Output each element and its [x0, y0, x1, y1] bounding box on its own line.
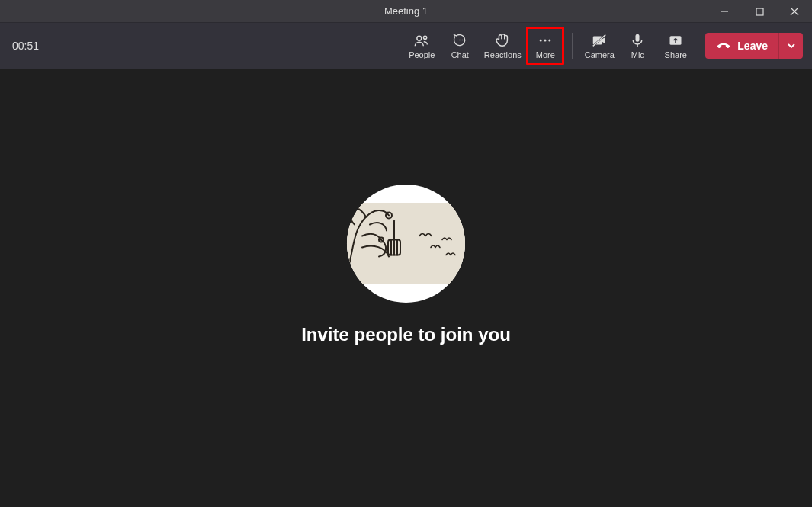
svg-point-5: [424, 36, 427, 39]
invite-prompt: Invite people to join you: [301, 324, 511, 345]
people-button[interactable]: People: [403, 27, 441, 65]
leave-options-button[interactable]: [778, 33, 803, 59]
maximize-button[interactable]: [742, 0, 777, 23]
toolbar-group-primary: People Chat Reactions: [403, 27, 564, 65]
close-icon: [790, 7, 799, 16]
window-controls: [707, 0, 812, 23]
toolbar-separator: [572, 33, 573, 59]
chat-label: Chat: [451, 50, 469, 59]
share-button[interactable]: Share: [656, 27, 695, 65]
camera-button[interactable]: Camera: [580, 27, 618, 65]
meeting-stage: Invite people to join you: [0, 69, 812, 507]
svg-point-9: [540, 40, 542, 42]
svg-point-10: [544, 40, 547, 42]
svg-point-11: [549, 40, 551, 42]
close-button[interactable]: [777, 0, 812, 23]
svg-rect-1: [756, 8, 763, 15]
leave-button[interactable]: Leave: [705, 33, 778, 59]
hangup-icon: [716, 37, 731, 55]
toolbar-group-device: Camera Mic Share: [580, 27, 695, 65]
mic-button[interactable]: Mic: [618, 27, 656, 65]
more-button[interactable]: More: [526, 27, 564, 65]
minimize-icon: [720, 7, 729, 16]
chat-button[interactable]: Chat: [441, 27, 479, 65]
window-title: Meeting 1: [384, 5, 428, 17]
camera-label: Camera: [585, 50, 615, 59]
call-timer: 00:51: [9, 40, 39, 52]
people-label: People: [409, 50, 435, 59]
minimize-button[interactable]: [707, 0, 742, 23]
mic-icon: [630, 32, 645, 49]
reactions-icon: [494, 32, 511, 49]
svg-rect-14: [636, 34, 640, 42]
participant-avatar: [347, 185, 465, 303]
camera-off-icon: [591, 32, 608, 49]
chat-icon: [452, 32, 467, 49]
chevron-down-icon: [787, 41, 796, 50]
svg-point-6: [457, 40, 458, 41]
reactions-label: Reactions: [484, 50, 522, 59]
reactions-button[interactable]: Reactions: [479, 27, 526, 65]
svg-point-8: [462, 40, 464, 41]
people-icon: [413, 32, 430, 49]
share-label: Share: [665, 50, 687, 59]
leave-group: Leave: [705, 33, 803, 59]
mic-label: Mic: [631, 50, 644, 59]
meeting-toolbar: 00:51 People: [0, 23, 812, 69]
leave-label: Leave: [737, 40, 768, 52]
svg-point-4: [417, 36, 422, 40]
more-icon: [538, 32, 553, 49]
share-icon: [668, 32, 683, 49]
more-label: More: [536, 50, 555, 59]
svg-point-7: [460, 40, 461, 41]
maximize-icon: [756, 8, 764, 16]
titlebar: Meeting 1: [0, 0, 812, 23]
